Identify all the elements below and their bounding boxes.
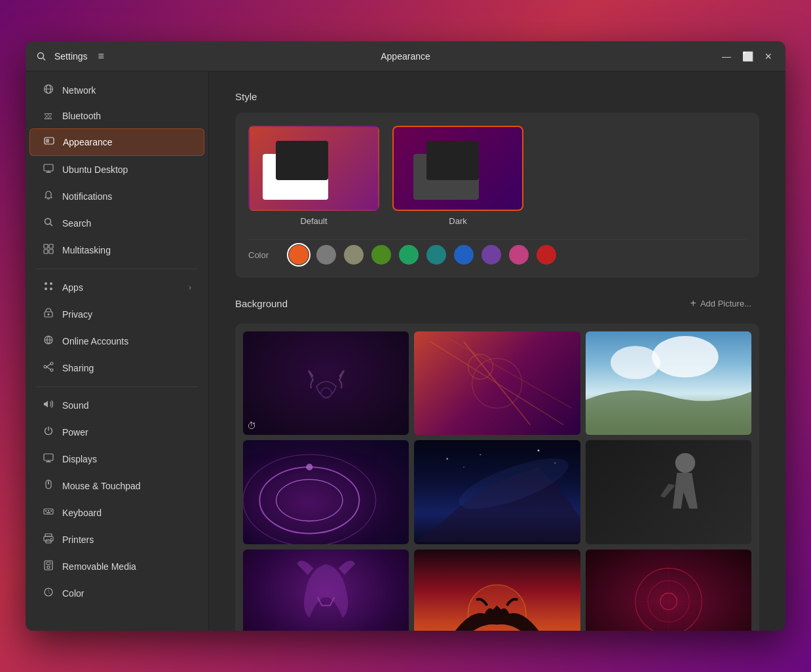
sidebar-divider-1	[36, 269, 198, 269]
color-swatch-teal-green[interactable]	[399, 245, 419, 265]
appearance-icon	[43, 136, 55, 149]
svg-point-60	[480, 454, 481, 455]
color-swatch-green[interactable]	[371, 245, 391, 265]
sidebar-item-bluetooth-label: Bluetooth	[62, 111, 101, 121]
ubuntu-desktop-icon	[43, 163, 54, 176]
maximize-button[interactable]: ⬜	[738, 47, 757, 65]
color-swatch-orange[interactable]	[289, 245, 309, 265]
privacy-icon	[43, 308, 54, 321]
sidebar-item-network-label: Network	[62, 85, 96, 96]
svg-point-53	[652, 336, 718, 377]
sidebar-item-color[interactable]: Color	[29, 580, 204, 607]
sidebar-item-multitasking[interactable]: Multitasking	[29, 237, 204, 263]
sidebar-item-keyboard[interactable]: Keyboard	[29, 500, 204, 526]
minimize-button[interactable]: —	[717, 47, 736, 65]
background-item-5[interactable]	[414, 440, 580, 544]
sidebar-item-notifications[interactable]: Notifications	[29, 183, 204, 210]
sidebar-item-printers[interactable]: Printers	[29, 527, 204, 553]
background-item-4[interactable]	[243, 440, 409, 544]
titlebar-controls: — ⬜ ✕	[717, 47, 778, 65]
svg-line-27	[47, 367, 50, 369]
svg-point-21	[48, 314, 50, 316]
svg-rect-12	[44, 244, 48, 248]
background-item-6[interactable]	[586, 440, 751, 544]
sidebar-item-search[interactable]: Search	[29, 210, 204, 236]
background-item-1[interactable]: ⏱	[243, 331, 409, 435]
style-preview-dark[interactable]	[392, 126, 523, 211]
sidebar-item-ubuntu-desktop-label: Ubuntu Desktop	[62, 164, 128, 175]
sidebar-item-appearance[interactable]: Appearance	[29, 128, 204, 156]
sidebar-item-sound-label: Sound	[62, 400, 88, 411]
timer-icon-1: ⏱	[247, 420, 256, 431]
svg-point-23	[50, 362, 53, 365]
svg-line-49	[447, 337, 572, 408]
style-option-dark[interactable]: Dark	[392, 126, 523, 226]
power-icon	[43, 426, 54, 439]
svg-point-33	[48, 482, 49, 483]
background-item-8[interactable]	[414, 550, 580, 631]
sidebar-item-keyboard-label: Keyboard	[62, 508, 102, 518]
svg-point-25	[44, 365, 47, 368]
preview-inner-dark	[413, 154, 479, 200]
svg-point-16	[45, 282, 47, 285]
svg-rect-6	[46, 139, 49, 143]
color-swatch-gray[interactable]	[316, 245, 336, 265]
color-swatch-blue[interactable]	[454, 245, 474, 265]
background-header: Background + Add Picture...	[235, 293, 759, 313]
svg-point-62	[555, 462, 556, 464]
header-search-button[interactable]	[33, 48, 49, 64]
color-swatch-red[interactable]	[537, 245, 556, 265]
menu-button[interactable]: ≡	[93, 48, 109, 65]
sidebar-divider-2	[36, 386, 198, 387]
svg-point-52	[611, 346, 660, 379]
sidebar-item-sharing-label: Sharing	[62, 363, 94, 373]
svg-rect-38	[47, 512, 50, 513]
sidebar-item-ubuntu-desktop[interactable]: Ubuntu Desktop	[29, 157, 204, 183]
background-item-3[interactable]	[586, 331, 751, 435]
sidebar-item-multitasking-label: Multitasking	[62, 245, 111, 255]
sidebar-item-online-accounts[interactable]: Online Accounts	[29, 328, 204, 354]
keyboard-icon	[43, 506, 54, 519]
sidebar-item-apps-label: Apps	[62, 282, 83, 293]
sidebar-item-bluetooth[interactable]: ⯴ Bluetooth	[29, 104, 204, 128]
sidebar-item-power-label: Power	[62, 427, 88, 438]
network-icon	[43, 84, 54, 97]
sidebar-item-apps[interactable]: Apps ›	[29, 274, 204, 301]
add-picture-button[interactable]: + Add Picture...	[683, 293, 759, 313]
background-item-2[interactable]	[414, 331, 580, 435]
background-item-7[interactable]	[243, 550, 409, 631]
sidebar-item-search-label: Search	[62, 218, 91, 229]
color-swatch-teal[interactable]	[426, 245, 446, 265]
style-label-default: Default	[300, 216, 327, 226]
apps-icon	[43, 281, 54, 294]
sidebar-item-network[interactable]: Network	[29, 77, 204, 103]
close-button[interactable]: ✕	[759, 47, 778, 65]
svg-point-64	[675, 453, 694, 473]
svg-line-26	[47, 364, 50, 367]
sidebar-item-color-label: Color	[62, 588, 84, 599]
sidebar-item-privacy[interactable]: Privacy	[29, 301, 204, 327]
color-swatch-taupe[interactable]	[344, 245, 364, 265]
style-option-default[interactable]: Default	[248, 126, 379, 226]
svg-rect-35	[45, 510, 47, 512]
svg-rect-14	[44, 250, 48, 253]
removable-media-icon	[43, 560, 54, 573]
sidebar-item-displays[interactable]: Displays	[29, 446, 204, 472]
window-title: Appearance	[381, 51, 430, 62]
style-preview-default[interactable]	[248, 126, 379, 211]
color-swatch-pink[interactable]	[509, 245, 529, 265]
background-item-9[interactable]	[586, 550, 751, 631]
color-row: Color	[248, 239, 746, 265]
sidebar-item-power[interactable]: Power	[29, 419, 204, 445]
sidebar-item-removable-media-label: Removable Media	[62, 561, 136, 572]
sidebar-item-sharing[interactable]: Sharing	[29, 355, 204, 381]
sound-icon	[43, 399, 54, 412]
svg-point-56	[276, 479, 343, 521]
sidebar: Network ⯴ Bluetooth Appearance	[26, 71, 209, 631]
sidebar-item-sound[interactable]: Sound	[29, 392, 204, 419]
sidebar-item-removable-media[interactable]: Removable Media	[29, 553, 204, 580]
svg-point-19	[50, 288, 52, 290]
svg-point-57	[306, 464, 312, 470]
sidebar-item-mouse-touchpad[interactable]: Mouse & Touchpad	[29, 473, 204, 499]
color-swatch-purple[interactable]	[481, 245, 501, 265]
